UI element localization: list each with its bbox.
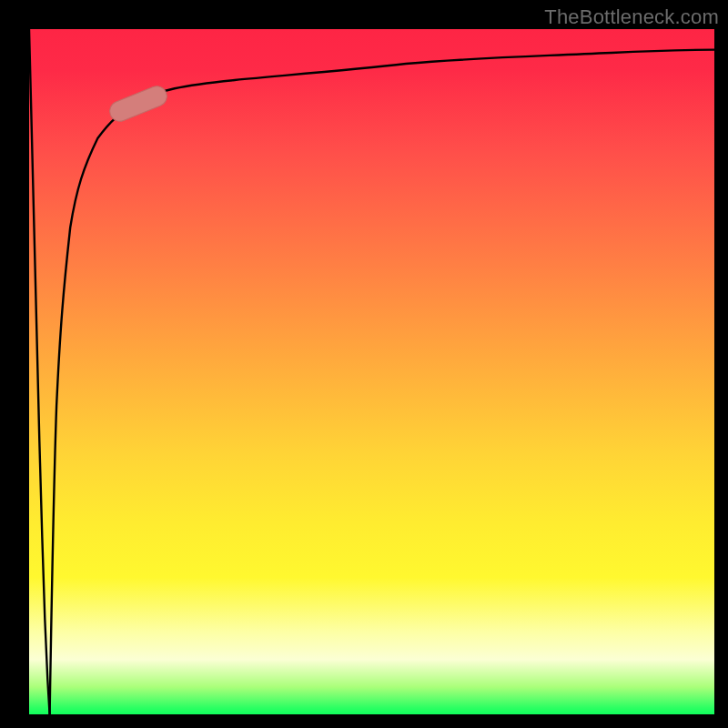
watermark-text: TheBottleneck.com (544, 5, 719, 29)
chart-frame: TheBottleneck.com (0, 0, 728, 728)
plot-area (29, 29, 714, 714)
